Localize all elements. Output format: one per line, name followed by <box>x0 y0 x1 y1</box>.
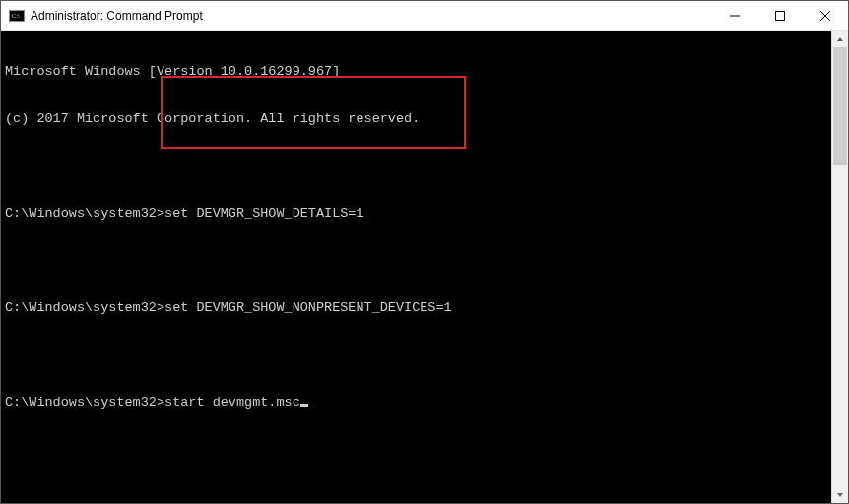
scroll-down-arrow-icon[interactable] <box>832 486 848 503</box>
command-text: set DEVMGR_SHOW_DETAILS=1 <box>164 206 364 220</box>
window-controls <box>712 1 848 30</box>
scroll-track[interactable] <box>832 47 848 486</box>
maximize-button[interactable] <box>757 1 803 30</box>
terminal-copyright-line: (c) 2017 Microsoft Corporation. All righ… <box>5 111 827 127</box>
terminal-command-line-3: C:\Windows\system32>start devmgmt.msc <box>5 395 827 410</box>
prompt: C:\Windows\system32> <box>5 300 164 315</box>
terminal-blank-line <box>5 347 827 363</box>
svg-rect-3 <box>776 11 785 20</box>
titlebar[interactable]: C:\ Administrator: Command Prompt <box>1 1 848 31</box>
terminal[interactable]: Microsoft Windows [Version 10.0.16299.96… <box>1 31 831 503</box>
terminal-header-line: Microsoft Windows [Version 10.0.16299.96… <box>5 64 827 80</box>
command-text: set DEVMGR_SHOW_NONPRESENT_DEVICES=1 <box>164 300 452 315</box>
window-title: Administrator: Command Prompt <box>31 9 712 23</box>
prompt: C:\Windows\system32> <box>5 206 164 220</box>
terminal-command-line-2: C:\Windows\system32>set DEVMGR_SHOW_NONP… <box>5 300 827 316</box>
cmd-icon: C:\ <box>9 8 25 24</box>
terminal-blank-line <box>5 253 827 269</box>
vertical-scrollbar[interactable] <box>831 31 848 503</box>
command-text: start devmgmt.msc <box>164 395 300 410</box>
cursor <box>300 404 308 407</box>
terminal-blank-line <box>5 158 827 174</box>
scroll-up-arrow-icon[interactable] <box>832 31 848 47</box>
prompt: C:\Windows\system32> <box>5 395 164 410</box>
minimize-button[interactable] <box>712 1 757 30</box>
svg-text:C:\: C:\ <box>12 12 21 20</box>
content-area: Microsoft Windows [Version 10.0.16299.96… <box>1 31 848 503</box>
scroll-thumb[interactable] <box>833 47 847 165</box>
terminal-command-line-1: C:\Windows\system32>set DEVMGR_SHOW_DETA… <box>5 206 827 221</box>
close-button[interactable] <box>803 1 848 30</box>
